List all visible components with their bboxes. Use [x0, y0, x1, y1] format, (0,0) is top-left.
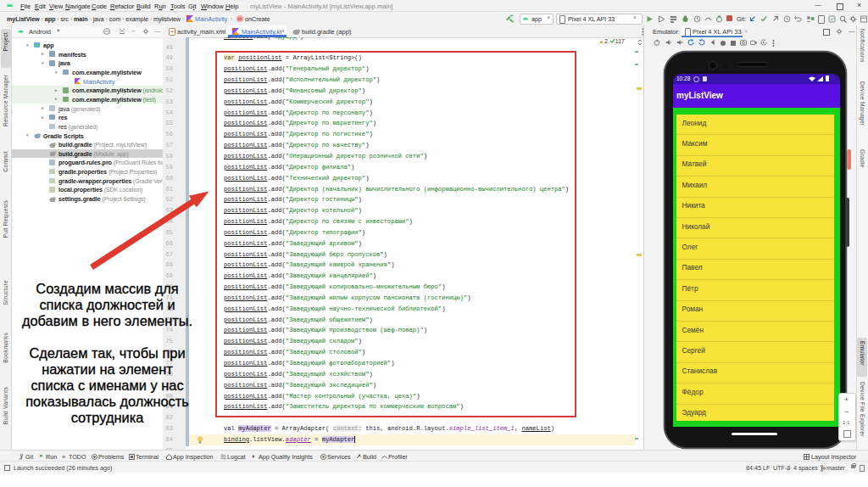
svg-text:m: m	[238, 16, 242, 21]
